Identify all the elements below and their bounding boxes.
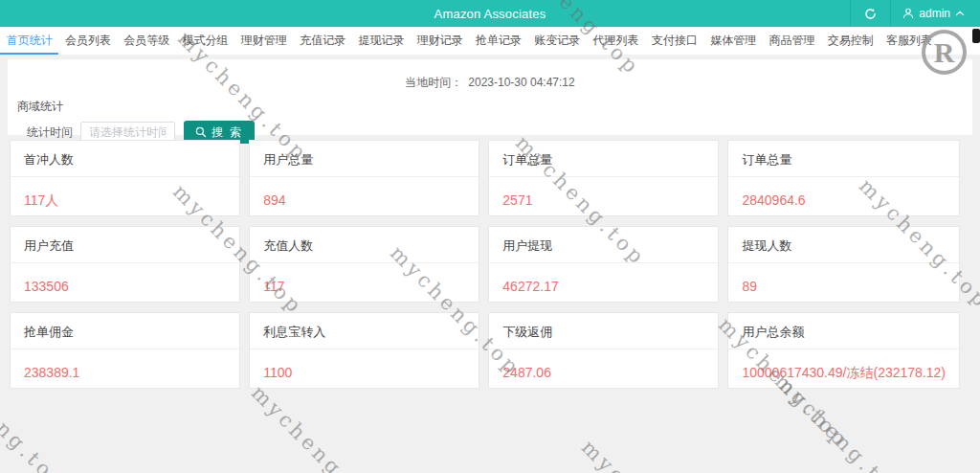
- local-time-label: 当地时间：: [405, 76, 462, 89]
- stat-card-label: 利息宝转入: [250, 313, 479, 349]
- watermark: mycheng.top: [577, 436, 716, 473]
- nav-tab-home-stats[interactable]: 首页统计: [0, 27, 58, 55]
- stat-card-total-users: 用户总量 894: [249, 140, 479, 216]
- stat-card-label: 用户充值: [11, 227, 239, 263]
- stat-card-value: 2487.06: [489, 349, 718, 380]
- scrollbar-thumb[interactable]: [972, 29, 980, 43]
- stat-card-label: 用户总量: [250, 141, 479, 177]
- stat-card-label: 用户提现: [489, 227, 718, 263]
- stat-card-first-recharge-users: 首冲人数 117人: [10, 140, 240, 216]
- stat-card-value: 238389.1: [11, 349, 239, 380]
- stat-card-label: 订单总量: [489, 141, 718, 177]
- stat-card-label: 提现人数: [728, 227, 959, 263]
- watermark: mycheng.top: [247, 381, 386, 473]
- stat-card-total-orders: 订单总量 2571: [488, 140, 719, 216]
- nav-tab-payment-api[interactable]: 支付接口: [645, 27, 703, 55]
- stat-cards-grid: 首冲人数 117人 用户总量 894 订单总量 2571 订单总量 284096…: [10, 140, 960, 389]
- stat-card-value: 894: [250, 177, 479, 208]
- stat-card-value: 117: [250, 263, 479, 294]
- search-button-label: 搜 索: [212, 124, 243, 141]
- stat-card-value: 2840964.6: [728, 177, 959, 208]
- app-header: Amazon Associates admin: [0, 0, 980, 27]
- refresh-icon: [864, 8, 877, 20]
- stat-card-value: 10000617430.49/冻结(232178.12): [728, 349, 959, 382]
- header-controls: admin: [850, 0, 980, 27]
- stat-card-value: 117人: [11, 177, 239, 210]
- filter-label: 统计时间: [17, 124, 73, 141]
- nav-tab-balance-change-records[interactable]: 账变记录: [528, 27, 587, 55]
- local-time-value: 2023-10-30 04:47:12: [468, 76, 574, 89]
- nav-tab-media-manage[interactable]: 媒体管理: [704, 27, 763, 55]
- nav-tab-trade-control[interactable]: 交易控制: [821, 27, 880, 55]
- refresh-button[interactable]: [850, 0, 891, 27]
- main-nav: 首页统计 会员列表 会员等级 模式分组 理财管理 充值记录 提现记录 理财记录 …: [0, 27, 980, 56]
- stat-card-value: 133506: [11, 263, 239, 294]
- stat-card-user-withdraw: 用户提现 46272.17: [488, 226, 719, 303]
- admin-username: admin: [919, 7, 950, 20]
- stat-card-value: 46272.17: [489, 263, 718, 294]
- registered-r-logo: R: [922, 30, 967, 75]
- stats-filter-panel: 当地时间：2023-10-30 04:47:12 商域统计 统计时间 搜 索: [8, 59, 972, 135]
- user-icon: [902, 8, 914, 19]
- nav-tab-finance-manage[interactable]: 理财管理: [234, 27, 293, 55]
- nav-tab-product-manage[interactable]: 商品管理: [763, 27, 821, 55]
- local-time: 当地时间：2023-10-30 04:47:12: [8, 59, 972, 91]
- stat-card-grab-commission: 抢单佣金 238389.1: [10, 312, 240, 389]
- stat-card-value: 1100: [250, 349, 479, 380]
- stat-card-user-total-balance: 用户总余额 10000617430.49/冻结(232178.12): [727, 312, 960, 389]
- stat-card-sub-rebate: 下级返佣 2487.06: [488, 312, 719, 389]
- chevron-up-icon: [955, 10, 965, 17]
- stat-card-interest-transfer-in: 利息宝转入 1100: [249, 312, 479, 389]
- nav-tab-withdraw-records[interactable]: 提现记录: [352, 27, 411, 55]
- stat-card-label: 首冲人数: [11, 141, 239, 177]
- stat-card-withdraw-users: 提现人数 89: [727, 226, 960, 303]
- stat-card-label: 抢单佣金: [11, 313, 239, 349]
- nav-tab-mode-group[interactable]: 模式分组: [176, 27, 234, 55]
- nav-tab-recharge-records[interactable]: 充值记录: [293, 27, 351, 55]
- stat-card-recharge-users: 充值人数 117: [249, 226, 479, 303]
- search-icon: [195, 126, 207, 138]
- nav-tab-order-grab-records[interactable]: 抢单记录: [469, 27, 527, 55]
- stat-card-value: 2571: [489, 177, 718, 208]
- admin-menu[interactable]: admin: [891, 0, 980, 27]
- app-title: Amazon Associates: [0, 7, 980, 21]
- stat-card-value: 89: [728, 263, 959, 294]
- nav-tab-member-level[interactable]: 会员等级: [118, 27, 176, 55]
- stat-card-label: 订单总量: [728, 141, 959, 177]
- stat-card-label: 用户总余额: [728, 313, 959, 349]
- nav-tab-member-list[interactable]: 会员列表: [58, 27, 117, 55]
- nav-tab-agent-list[interactable]: 代理列表: [587, 27, 645, 55]
- panel-title: 商域统计: [8, 91, 972, 115]
- nav-tab-finance-records[interactable]: 理财记录: [411, 27, 469, 55]
- stat-card-user-recharge: 用户充值 133506: [10, 226, 240, 303]
- stat-card-label: 下级返佣: [489, 313, 718, 349]
- stat-card-label: 充值人数: [250, 227, 479, 263]
- stat-card-total-order-amount: 订单总量 2840964.6: [727, 140, 960, 216]
